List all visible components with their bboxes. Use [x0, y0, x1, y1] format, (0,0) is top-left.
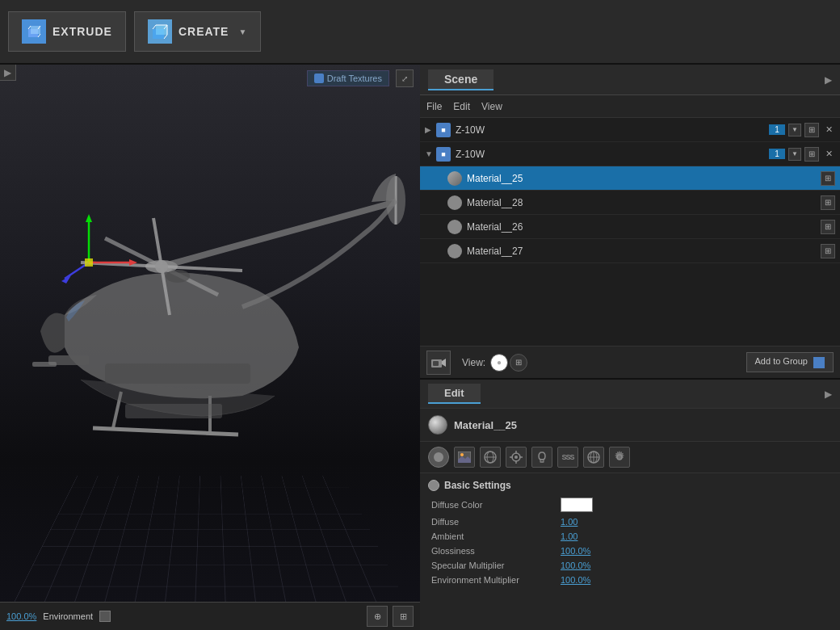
viewport-header: Draft Textures ⤢ [300, 65, 420, 92]
diffuse-row: Diffuse 1.00 [428, 517, 832, 527]
tree-icon-btn[interactable]: ⊞ [804, 147, 819, 162]
tree-expand-arrow-down[interactable]: ▼ [425, 149, 436, 158]
settings-group-icon [428, 480, 439, 491]
environment-multiplier-row: Environment Multiplier 100.0% [428, 575, 832, 585]
material-row: Material__25 [420, 409, 840, 442]
view-toggle-circle[interactable]: ● [490, 354, 508, 372]
svg-marker-36 [442, 359, 446, 367]
tree-row-material-27[interactable]: Material__27 ⊞ [420, 239, 840, 263]
basic-settings-label: Basic Settings [444, 480, 511, 491]
viewport-mode-icon[interactable]: ⊞ [393, 606, 414, 627]
tree-material-icon [447, 244, 462, 258]
create-label: CREATE [178, 25, 229, 38]
svg-rect-37 [433, 361, 439, 366]
view-toggle-grid[interactable]: ⊞ [510, 354, 527, 372]
material-image-btn[interactable] [454, 447, 475, 468]
main-area: Draft Textures ⤢ ▶ 100.0% Environment ⊕ … [0, 65, 840, 630]
scene-menu-view[interactable]: View [481, 101, 502, 112]
view-label: View: [462, 357, 485, 368]
scene-title[interactable]: Scene [428, 69, 494, 90]
scene-panel-expand[interactable]: ▶ [825, 74, 832, 86]
tree-row[interactable]: ▶ ■ Z-10W 1 ▼ ⊞ ✕ [420, 118, 840, 142]
material-lamp-btn[interactable] [531, 447, 552, 468]
tree-icon-btn[interactable]: ⊞ [821, 244, 835, 258]
scene-menu-edit[interactable]: Edit [453, 101, 470, 112]
tree-row-material-26[interactable]: Material__26 ⊞ [420, 215, 840, 239]
camera-button[interactable] [426, 351, 451, 375]
environment-multiplier-label: Environment Multiplier [431, 575, 561, 585]
material-settings-btn[interactable] [506, 447, 527, 468]
tree-num-badge[interactable]: 1 [769, 149, 785, 159]
svg-marker-26 [86, 214, 92, 222]
add-to-group-button[interactable]: Add to Group [746, 352, 834, 372]
edit-panel-expand[interactable]: ▶ [825, 388, 832, 400]
diffuse-color-swatch[interactable] [561, 498, 593, 512]
edit-panel: Edit ▶ Material__25 [420, 380, 840, 630]
tree-row-controls: 1 ▼ ⊞ ✕ [769, 147, 835, 162]
viewport-expand-button[interactable]: ⤢ [396, 69, 414, 87]
tree-select-dropdown[interactable]: ▼ [788, 124, 801, 136]
environment-multiplier-value[interactable]: 100.0% [561, 575, 590, 585]
diffuse-color-row: Diffuse Color [428, 498, 832, 512]
extrude-button[interactable]: EXTRUDE [8, 11, 126, 52]
glossiness-value[interactable]: 100.0% [561, 546, 590, 556]
specular-multiplier-value[interactable]: 100.0% [561, 561, 590, 570]
material-sphere-icon [428, 415, 447, 435]
tree-icon-btn[interactable]: ⊞ [821, 171, 835, 186]
svg-line-4 [38, 34, 40, 37]
material-name: Material__25 [454, 419, 517, 431]
tree-num-badge[interactable]: 1 [769, 124, 785, 135]
tree-object-icon: ■ [436, 123, 451, 137]
scene-menu-file[interactable]: File [426, 101, 442, 112]
diffuse-value[interactable]: 1.00 [561, 517, 578, 527]
environment-label: Environment [43, 611, 93, 621]
glossiness-row: Glossiness 100.0% [428, 546, 832, 556]
tree-close-btn[interactable]: ✕ [822, 149, 835, 159]
tree-close-btn[interactable]: ✕ [822, 124, 835, 135]
tree-icon-btn[interactable]: ⊞ [821, 195, 835, 210]
material-sss-btn[interactable]: SSS [557, 447, 578, 468]
top-toolbar: EXTRUDE CREATE ▼ [0, 0, 840, 65]
svg-point-24 [155, 260, 168, 273]
scene-panel: Scene ▶ File Edit View ▶ ■ Z-10W 1 ▼ [420, 65, 840, 380]
tree-item-label: Material__28 [467, 197, 821, 208]
right-panel: Scene ▶ File Edit View ▶ ■ Z-10W 1 ▼ [420, 65, 840, 630]
add-to-group-label: Add to Group [755, 356, 808, 366]
viewport-bottom-bar: 100.0% Environment ⊕ ⊞ [0, 602, 420, 630]
diffuse-label: Diffuse [431, 517, 561, 527]
tree-expand-arrow[interactable]: ▶ [425, 125, 436, 134]
viewport-left-expand[interactable]: ▶ [0, 65, 16, 81]
svg-rect-23 [32, 362, 57, 367]
diffuse-color-label: Diffuse Color [431, 500, 561, 510]
zoom-level[interactable]: 100.0% [6, 611, 36, 621]
tree-row-material-25[interactable]: Material__25 ⊞ [420, 166, 840, 191]
tree-row-controls: ⊞ [821, 171, 835, 186]
glossiness-label: Glossiness [431, 546, 561, 556]
ambient-value[interactable]: 1.00 [561, 531, 578, 541]
tree-item-label: Z-10W [456, 124, 769, 136]
create-button[interactable]: CREATE ▼ [134, 11, 261, 52]
edit-header: Edit ▶ [420, 380, 840, 409]
tree-material-icon [447, 195, 462, 210]
tree-row-material-28[interactable]: Material__28 ⊞ [420, 191, 840, 215]
scene-menubar: File Edit View [420, 95, 840, 118]
tree-icon-btn[interactable]: ⊞ [821, 220, 835, 234]
tree-row[interactable]: ▼ ■ Z-10W 1 ▼ ⊞ ✕ [420, 142, 840, 166]
draft-textures-button[interactable]: Draft Textures [307, 70, 389, 86]
target-icon[interactable]: ⊕ [367, 606, 388, 627]
edit-title-tab[interactable]: Edit [428, 384, 481, 404]
svg-rect-34 [125, 404, 222, 418]
scene-bottom-toolbar: View: ● ⊞ Add to Group [420, 346, 840, 378]
tree-icon-btn[interactable]: ⊞ [804, 123, 819, 137]
tree-select-dropdown[interactable]: ▼ [788, 148, 801, 161]
scene-tree[interactable]: ▶ ■ Z-10W 1 ▼ ⊞ ✕ ▼ ■ Z-10W 1 [420, 118, 840, 346]
environment-icon[interactable] [99, 611, 111, 622]
material-world-btn[interactable] [583, 447, 604, 468]
svg-rect-33 [105, 363, 250, 384]
viewport[interactable]: Draft Textures ⤢ ▶ 100.0% Environment ⊕ … [0, 65, 420, 630]
material-toggle-btn[interactable] [428, 447, 449, 468]
material-sphere-btn[interactable] [480, 447, 501, 468]
tree-row-controls: ⊞ [821, 195, 835, 210]
svg-point-44 [514, 456, 518, 459]
material-gear-btn[interactable] [609, 447, 630, 468]
